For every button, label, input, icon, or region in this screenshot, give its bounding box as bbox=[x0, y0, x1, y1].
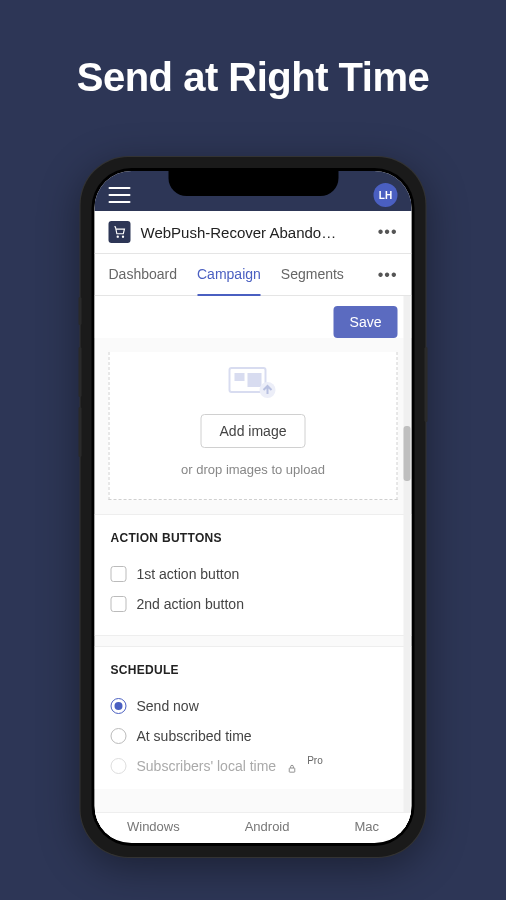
radio-send-now[interactable]: Send now bbox=[111, 691, 396, 721]
pro-badge: Pro bbox=[307, 755, 323, 766]
screen: LH WebPush-Recover Abando… ••• Dashboard… bbox=[95, 171, 412, 843]
image-placeholder-icon bbox=[223, 362, 283, 402]
svg-point-1 bbox=[122, 236, 123, 237]
tab-segments[interactable]: Segments bbox=[281, 254, 344, 296]
platform-tab-windows[interactable]: Windows bbox=[127, 819, 180, 834]
checkbox-label: 1st action button bbox=[137, 566, 240, 582]
app-title-row: WebPush-Recover Abando… ••• bbox=[95, 211, 412, 254]
checkbox-icon[interactable] bbox=[111, 596, 127, 612]
platform-tabs: Windows Android Mac bbox=[95, 812, 412, 840]
app-title: WebPush-Recover Abando… bbox=[141, 224, 368, 241]
user-avatar[interactable]: LH bbox=[374, 183, 398, 207]
radio-icon bbox=[111, 758, 127, 774]
phone-notch bbox=[168, 168, 338, 196]
radio-label: At subscribed time bbox=[137, 728, 252, 744]
phone-volume-down bbox=[79, 407, 82, 457]
radio-subscribed-time[interactable]: At subscribed time bbox=[111, 721, 396, 751]
checkbox-1st-action[interactable]: 1st action button bbox=[111, 559, 396, 589]
drop-hint-text: or drop images to upload bbox=[120, 462, 387, 477]
toolbar: Save bbox=[95, 296, 412, 338]
checkbox-label: 2nd action button bbox=[137, 596, 244, 612]
image-upload-dropzone[interactable]: Add image or drop images to upload bbox=[109, 352, 398, 500]
svg-rect-6 bbox=[289, 768, 295, 772]
lock-icon bbox=[286, 761, 297, 772]
more-options-icon[interactable]: ••• bbox=[378, 223, 398, 241]
radio-label: Send now bbox=[137, 698, 199, 714]
save-button[interactable]: Save bbox=[334, 306, 398, 338]
phone-power-button bbox=[425, 347, 428, 422]
marketing-headline: Send at Right Time bbox=[0, 0, 506, 100]
svg-rect-3 bbox=[234, 373, 244, 381]
checkbox-icon[interactable] bbox=[111, 566, 127, 582]
hamburger-menu-icon[interactable] bbox=[109, 187, 131, 203]
checkbox-2nd-action[interactable]: 2nd action button bbox=[111, 589, 396, 619]
radio-icon[interactable] bbox=[111, 698, 127, 714]
tab-bar: Dashboard Campaign Segments ••• bbox=[95, 254, 412, 296]
phone-frame: LH WebPush-Recover Abando… ••• Dashboard… bbox=[81, 157, 426, 857]
schedule-title: SCHEDULE bbox=[111, 663, 396, 677]
phone-volume-up bbox=[79, 347, 82, 397]
radio-label: Subscribers' local time bbox=[137, 758, 277, 774]
phone-silence-switch bbox=[79, 297, 82, 325]
content-area: Save Add image or drop images to uploa bbox=[95, 296, 412, 840]
svg-point-0 bbox=[117, 236, 118, 237]
scrollbar-thumb[interactable] bbox=[404, 426, 411, 481]
scrollbar-track[interactable] bbox=[404, 296, 411, 840]
radio-subscribers-local-time: Subscribers' local time Pro bbox=[111, 751, 396, 781]
action-buttons-title: ACTION BUTTONS bbox=[111, 531, 396, 545]
radio-icon[interactable] bbox=[111, 728, 127, 744]
tab-dashboard[interactable]: Dashboard bbox=[109, 254, 178, 296]
more-tabs-icon[interactable]: ••• bbox=[378, 266, 398, 284]
schedule-section: SCHEDULE Send now At subscribed time Sub… bbox=[95, 646, 412, 789]
platform-tab-mac[interactable]: Mac bbox=[354, 819, 379, 834]
tab-campaign[interactable]: Campaign bbox=[197, 254, 261, 296]
add-image-button[interactable]: Add image bbox=[201, 414, 306, 448]
action-buttons-section: ACTION BUTTONS 1st action button 2nd act… bbox=[95, 514, 412, 636]
svg-rect-4 bbox=[247, 373, 261, 387]
platform-tab-android[interactable]: Android bbox=[245, 819, 290, 834]
cart-icon bbox=[109, 221, 131, 243]
